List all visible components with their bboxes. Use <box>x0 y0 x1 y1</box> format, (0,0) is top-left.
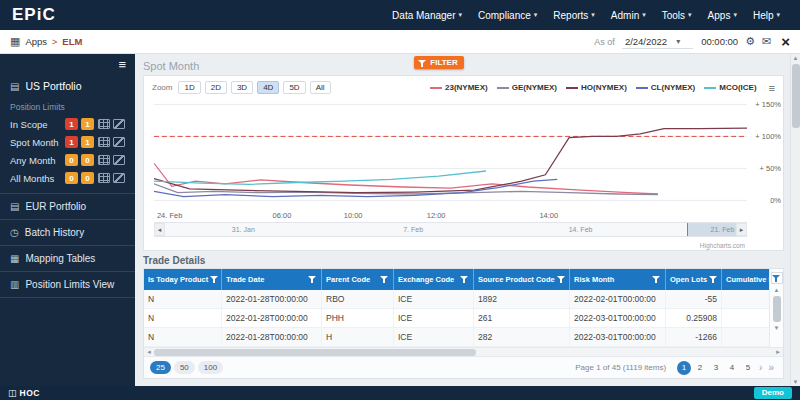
page-4-button[interactable]: 4 <box>725 361 739 375</box>
column-header-cumulative-lots[interactable]: Cumulative Lo... <box>722 269 769 290</box>
apps-grid-icon[interactable]: ▦ <box>10 35 20 48</box>
scrollbar-track[interactable] <box>154 349 773 356</box>
zoom-4d-button[interactable]: 4D <box>257 81 279 94</box>
filter-icon[interactable] <box>557 275 566 284</box>
table-row[interactable]: N 2022-01-28T00:00:00 PHH ICE 261 2022-0… <box>144 309 769 328</box>
menu-admin[interactable]: Admin ▾ <box>603 5 654 26</box>
page-2-button[interactable]: 2 <box>693 361 707 375</box>
column-label: Source Product Code <box>478 275 555 284</box>
column-header-source-product-code[interactable]: Source Product Code <box>474 269 570 290</box>
table-row[interactable]: N 2022-01-28T00:00:00 RBO ICE 1892 2022-… <box>144 290 769 309</box>
zoom-3d-button[interactable]: 3D <box>231 81 253 94</box>
calendar-icon[interactable] <box>98 173 110 183</box>
zoom-1d-button[interactable]: 1D <box>178 81 200 94</box>
sidebar-item-eur-portfolio[interactable]: ▤ EUR Portfolio <box>0 193 135 219</box>
legend-item[interactable]: HO(NYMEX) <box>566 83 627 92</box>
cell-risk-month: 2022-03-01T00:00:00 <box>570 309 666 327</box>
filter-icon[interactable] <box>709 275 718 284</box>
filter-icon[interactable] <box>210 275 219 284</box>
scrollbar-thumb[interactable] <box>773 296 781 322</box>
zoom-all-button[interactable]: All <box>310 81 331 94</box>
column-header-trade-date[interactable]: Trade Date <box>222 269 322 290</box>
sidebar-item-us-portfolio[interactable]: ▤ US Portfolio <box>0 74 135 98</box>
last-page-icon[interactable]: » <box>768 362 774 373</box>
scroll-down-icon[interactable]: ▼ <box>793 378 799 386</box>
demo-badge[interactable]: Demo <box>754 387 792 399</box>
legend-item[interactable]: GE(NYMEX) <box>497 83 557 92</box>
calendar-icon[interactable] <box>98 119 110 129</box>
chart-icon[interactable] <box>113 173 125 183</box>
scrollbar-thumb[interactable] <box>792 64 800 128</box>
sidebar-item-position-limits-view[interactable]: ▥ Position Limits View <box>0 271 135 298</box>
envelope-icon[interactable]: ✉ <box>762 35 771 48</box>
column-header-open-lots[interactable]: Open Lots <box>666 269 722 290</box>
filter-icon[interactable] <box>380 275 389 284</box>
page-size-100-button[interactable]: 100 <box>198 361 223 374</box>
page-1-button[interactable]: 1 <box>677 361 691 375</box>
column-header-parent-code[interactable]: Parent Code <box>322 269 394 290</box>
menu-compliance[interactable]: Compliance ▾ <box>470 5 545 26</box>
page-size-25-button[interactable]: 25 <box>150 361 171 374</box>
grid-horizontal-scrollbar[interactable]: ◂ ▸ <box>144 347 783 356</box>
scroll-up-icon[interactable]: ▲ <box>774 286 780 294</box>
calendar-icon[interactable] <box>98 155 110 165</box>
chart-icon[interactable] <box>113 155 125 165</box>
scroll-right-icon[interactable]: ▸ <box>773 348 783 356</box>
page-3-button[interactable]: 3 <box>709 361 723 375</box>
scrollbar-thumb[interactable] <box>154 349 476 356</box>
calendar-icon[interactable] <box>98 137 110 147</box>
as-of-date-input[interactable]: 2/24/2022 <box>622 35 693 49</box>
menu-apps[interactable]: Apps ▾ <box>700 5 745 26</box>
gear-icon[interactable]: ⚙ <box>745 35 755 48</box>
zoom-2d-button[interactable]: 2D <box>205 81 227 94</box>
scroll-left-icon[interactable]: ◂ <box>144 348 154 356</box>
date-picker-caret-icon[interactable]: ▾ <box>676 37 680 46</box>
navigator-left-arrow-icon[interactable]: ◂ <box>154 223 165 236</box>
chart-icon[interactable] <box>113 119 125 129</box>
navigator-right-arrow-icon[interactable]: ▸ <box>736 223 747 236</box>
filter-icon[interactable] <box>652 275 661 284</box>
menu-data-manager[interactable]: Data Manager ▾ <box>384 5 470 26</box>
sidebar-burger-icon[interactable]: ≡ <box>118 57 126 72</box>
breadcrumb-apps[interactable]: Apps <box>25 36 47 47</box>
next-page-icon[interactable]: › <box>759 362 762 373</box>
legend-item[interactable]: MCO(ICE) <box>704 83 756 92</box>
scrollbar-track[interactable] <box>792 62 800 378</box>
legend-item[interactable]: CL(NYMEX) <box>636 83 695 92</box>
scroll-up-icon[interactable]: ▲ <box>793 54 799 62</box>
chart-navigator[interactable]: ◂ ▸ 31. Jan7. Feb14. Feb21. Feb <box>154 222 747 237</box>
chart-menu-icon[interactable]: ≡ <box>769 82 775 94</box>
grid-filter-button[interactable] <box>771 272 783 284</box>
close-icon[interactable]: × <box>781 33 790 50</box>
column-header-risk-month[interactable]: Risk Month <box>570 269 666 290</box>
portfolio-icon: ▤ <box>10 81 19 92</box>
warning-count-badge: 0 <box>81 172 94 184</box>
table-row[interactable]: N 2022-01-28T00:00:00 H ICE 282 2022-03-… <box>144 328 769 347</box>
zoom-5d-button[interactable]: 5D <box>283 81 305 94</box>
cell-cumulative-lots <box>722 290 769 308</box>
filter-icon[interactable] <box>460 275 469 284</box>
chart-icon[interactable] <box>113 137 125 147</box>
filter-button[interactable]: FILTER <box>414 56 463 69</box>
menu-help[interactable]: Help ▾ <box>745 5 788 26</box>
scroll-down-icon[interactable]: ▼ <box>774 324 780 332</box>
menu-tools[interactable]: Tools ▾ <box>654 5 700 26</box>
sidebar-item-mapping-tables[interactable]: ▦ Mapping Tables <box>0 245 135 271</box>
page-5-button[interactable]: 5 <box>741 361 755 375</box>
spot-month-chart-card: Zoom 1D 2D 3D 4D 5D All 23(NYMEX)GE(NYME… <box>143 75 784 251</box>
sidebar-item-batch-history[interactable]: ◷ Batch History <box>0 219 135 245</box>
sidebar-item-any-month[interactable]: Any Month 0 0 <box>0 151 135 169</box>
legend-item[interactable]: 23(NYMEX) <box>430 83 488 92</box>
spot-month-line-chart[interactable] <box>154 98 747 210</box>
page-scrollbar[interactable]: ▲ ▼ <box>790 54 800 386</box>
column-header-exchange-code[interactable]: Exchange Code <box>394 269 474 290</box>
filter-icon[interactable] <box>308 275 317 284</box>
sidebar-item-in-scope[interactable]: In Scope 1 1 <box>0 115 135 133</box>
page-size-50-button[interactable]: 50 <box>174 361 195 374</box>
menu-reports[interactable]: Reports ▾ <box>545 5 603 26</box>
column-header-is-today-product[interactable]: Is Today Product <box>144 269 222 290</box>
sidebar-item-all-months[interactable]: All Months 0 0 <box>0 169 135 187</box>
epic-logo[interactable]: EPiC <box>12 5 56 25</box>
highcharts-credit[interactable]: Highcharts.com <box>700 242 745 249</box>
sidebar-item-spot-month[interactable]: Spot Month 1 1 <box>0 133 135 151</box>
